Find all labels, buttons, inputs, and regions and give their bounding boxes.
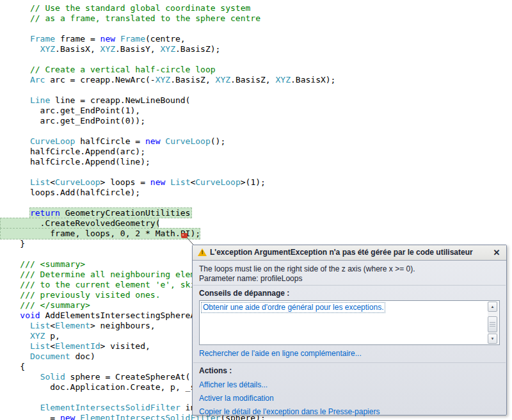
exception-dialog-titlebar[interactable]: ! L'exception ArgumentException n'a pas … bbox=[193, 245, 506, 261]
enable-editing-link[interactable]: Activer la modification bbox=[193, 391, 506, 405]
exception-dialog-title: L'exception ArgumentException n'a pas ét… bbox=[210, 245, 491, 260]
warning-icon-exclamation: ! bbox=[198, 248, 207, 256]
code-line bbox=[0, 126, 512, 136]
actions-header: Actions : bbox=[193, 363, 506, 378]
exception-error-marker bbox=[181, 233, 188, 238]
code-line: XYZ.BasisX, XYZ.BasisY, XYZ.BasisZ); bbox=[0, 44, 512, 54]
code-line: // Use the standard global coordinate sy… bbox=[0, 3, 512, 13]
scrollbar-thumb[interactable] bbox=[488, 316, 497, 332]
troubleshooting-header: Conseils de dépannage : bbox=[193, 286, 506, 300]
troubleshooting-tips-listbox[interactable]: Obtenir une aide d'ordre général pour le… bbox=[199, 300, 500, 345]
close-icon[interactable]: ✕ bbox=[492, 245, 502, 260]
code-line: frame, loops, 0, 2 * Math.PI); bbox=[0, 229, 512, 239]
scrollbar-down-icon[interactable]: ▼ bbox=[488, 334, 497, 344]
code-line: arc.get_EndPoint(1), bbox=[0, 106, 512, 116]
code-line bbox=[0, 198, 512, 208]
scrollbar[interactable]: ▲ ▼ bbox=[488, 302, 499, 344]
code-line: halfCircle.Append(line); bbox=[0, 157, 512, 167]
code-line bbox=[0, 85, 512, 95]
code-line: arc.get_EndPoint(0)); bbox=[0, 116, 512, 126]
code-line bbox=[0, 54, 512, 65]
code-line bbox=[0, 167, 512, 177]
copy-exception-detail-link[interactable]: Copier le détail de l'exception dans le … bbox=[193, 405, 506, 418]
troubleshooting-tip-link[interactable]: Obtenir une aide d'ordre général pour le… bbox=[201, 302, 385, 313]
code-line: // Create a vertical half-circle loop bbox=[0, 65, 512, 75]
code-line: halfCircle.Append(arc); bbox=[0, 147, 512, 157]
code-line: Frame frame = new Frame(centre, bbox=[0, 34, 512, 44]
scrollbar-grip bbox=[490, 322, 495, 327]
search-online-help-link[interactable]: Rechercher de l'aide en ligne complément… bbox=[193, 345, 506, 362]
code-line: loops.Add(halfCircle); bbox=[0, 188, 512, 198]
exception-message-line1: The loops must lie on the right side of … bbox=[199, 264, 500, 274]
exception-message: The loops must lie on the right side of … bbox=[193, 261, 506, 285]
code-line: List<CurveLoop> loops = new List<CurveLo… bbox=[0, 177, 512, 188]
code-line bbox=[0, 24, 512, 34]
code-line: CurveLoop halfCircle = new CurveLoop(); bbox=[0, 136, 512, 147]
exception-dialog: ! L'exception ArgumentException n'a pas … bbox=[192, 245, 507, 416]
code-line: return GeometryCreationUtilities bbox=[0, 208, 512, 218]
view-detail-link[interactable]: Afficher les détails... bbox=[193, 378, 506, 391]
code-line: .CreateRevolvedGeometry( bbox=[0, 218, 512, 229]
code-line: // as a frame, translated to the sphere … bbox=[0, 13, 512, 24]
code-line: Arc arc = creapp.NewArc(-XYZ.BasisZ, XYZ… bbox=[0, 75, 512, 85]
exception-message-line2: Parameter name: profileLoops bbox=[199, 274, 500, 284]
code-line: Line line = creapp.NewLineBound( bbox=[0, 95, 512, 106]
scrollbar-up-icon[interactable]: ▲ bbox=[488, 302, 497, 312]
